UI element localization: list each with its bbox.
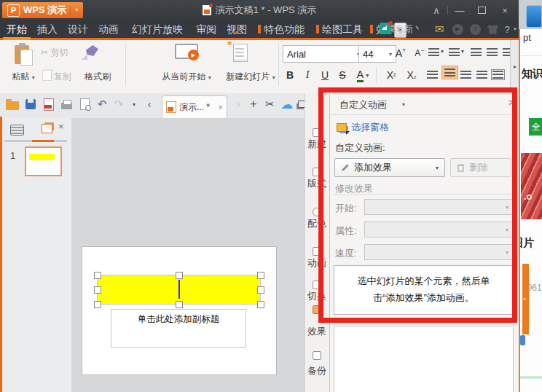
copy-button: 复制 bbox=[54, 71, 80, 83]
help-caret-icon[interactable]: ▾ bbox=[511, 20, 519, 38]
justify-button[interactable] bbox=[476, 68, 487, 82]
panel-close-icon[interactable]: × bbox=[58, 121, 64, 132]
quickbar-caret[interactable]: ▾ bbox=[130, 98, 138, 111]
italic-button[interactable]: I bbox=[300, 67, 315, 83]
decrease-indent-button[interactable] bbox=[471, 46, 482, 59]
resize-handle-top-middle[interactable] bbox=[176, 272, 183, 279]
resize-handle-middle-left[interactable] bbox=[94, 286, 101, 294]
strikethrough-button[interactable]: S bbox=[335, 67, 350, 83]
outline-view-icon[interactable] bbox=[10, 125, 24, 136]
side-item-backup[interactable]: 备份 bbox=[307, 364, 327, 377]
help-icon[interactable]: ? bbox=[502, 20, 512, 38]
overlay-pic-text: 图片 bbox=[519, 236, 534, 250]
plus-icon: + bbox=[250, 98, 256, 111]
chevron-down-icon[interactable]: ▾ bbox=[441, 48, 444, 55]
document-tab[interactable]: 演示... * × bbox=[162, 95, 227, 118]
pdf-icon bbox=[44, 98, 54, 111]
redo-button: ↷ bbox=[112, 98, 125, 111]
font-name-combo[interactable]: Arial▾ bbox=[283, 45, 364, 63]
overlay-divider bbox=[522, 55, 542, 56]
chevron-down-icon[interactable]: ▾ bbox=[461, 48, 464, 55]
resize-handle-middle-right[interactable] bbox=[257, 286, 264, 294]
resize-handle-bottom-middle[interactable] bbox=[176, 301, 183, 308]
screenshot-button[interactable]: ✂ bbox=[264, 98, 276, 111]
tab-review[interactable]: 审阅 bbox=[194, 20, 219, 38]
chevron-up-icon: ∧ bbox=[433, 5, 440, 16]
tab-slideshow[interactable]: 幻灯片放映 bbox=[125, 20, 189, 38]
paste-icon-page bbox=[20, 50, 33, 66]
window-left-border bbox=[0, 117, 2, 392]
slide-thumbnail[interactable] bbox=[25, 146, 62, 176]
tab-special-features[interactable]: 特色功能 bbox=[252, 20, 310, 38]
resize-handle-top-right[interactable] bbox=[257, 272, 264, 279]
start-from-current-button[interactable]: 从当前开始 ▾ bbox=[152, 71, 221, 83]
save-button[interactable] bbox=[24, 98, 37, 111]
superscript-button[interactable]: X² bbox=[382, 67, 401, 83]
align-right-button[interactable] bbox=[460, 68, 471, 82]
tab-insert[interactable]: 插入 bbox=[35, 20, 60, 38]
skin-icon[interactable] bbox=[487, 20, 499, 38]
slides-view-icon[interactable] bbox=[42, 124, 52, 133]
new-slide-button[interactable]: 新建幻灯片 ▾ bbox=[217, 71, 284, 83]
paste-button[interactable]: 粘贴 ▾ bbox=[4, 71, 42, 83]
increase-indent-button[interactable] bbox=[487, 46, 498, 59]
print-preview-button[interactable] bbox=[79, 98, 90, 111]
underline-button[interactable]: U bbox=[318, 67, 332, 83]
grow-font-button[interactable]: A+ bbox=[392, 45, 409, 61]
bullet-list-button[interactable] bbox=[428, 46, 439, 59]
tab-scroll-left[interactable]: ‹ bbox=[144, 98, 154, 111]
align-center-button[interactable] bbox=[441, 66, 458, 79]
undo-button[interactable]: ↶ bbox=[95, 98, 109, 111]
document-title-text: 演示文稿1 * - WPS 演示 bbox=[216, 4, 317, 17]
export-pdf-button[interactable] bbox=[42, 98, 55, 111]
resize-handle-top-left[interactable] bbox=[94, 272, 101, 279]
wps-account-icon[interactable] bbox=[380, 23, 391, 34]
copy-icon bbox=[42, 70, 52, 84]
account-name[interactable]: 海新丶 bbox=[394, 20, 423, 38]
subtitle-placeholder[interactable]: 单击此处添加副标题 bbox=[111, 309, 246, 348]
close-button[interactable]: × bbox=[495, 0, 514, 20]
tab-animation[interactable]: 动画 bbox=[96, 20, 121, 38]
tab-drawing-tools[interactable]: 绘图工具 bbox=[310, 20, 369, 38]
format-painter-button[interactable]: 格式刷 bbox=[79, 71, 117, 83]
chevron-left-icon: ‹ bbox=[148, 98, 152, 110]
minimize-button[interactable]: — bbox=[450, 0, 469, 20]
tab-home[interactable]: 开始 bbox=[4, 20, 29, 38]
font-size-combo[interactable]: 44▾ bbox=[358, 45, 396, 63]
open-file-button[interactable] bbox=[5, 98, 20, 111]
shrink-font-button[interactable]: A− bbox=[411, 45, 428, 61]
ribbon-collapse-button[interactable]: ∧ bbox=[427, 0, 446, 20]
sync-circle-icon[interactable]: ↺ bbox=[469, 20, 481, 38]
animation-list-box bbox=[334, 326, 514, 392]
resize-handle-bottom-left[interactable] bbox=[94, 301, 101, 308]
thumbnail-title-bar bbox=[29, 154, 55, 160]
accent-bar bbox=[316, 25, 319, 34]
subscript-button[interactable]: X₂ bbox=[402, 67, 421, 83]
tab-close-icon[interactable]: × bbox=[219, 103, 223, 111]
bold-button[interactable]: B bbox=[283, 67, 297, 83]
overlay-orange-scrollbar: ▸ bbox=[522, 264, 529, 334]
mail-icon[interactable]: ✉ bbox=[433, 20, 446, 38]
tab-design[interactable]: 设计 bbox=[66, 20, 90, 38]
background-window-icon bbox=[526, 5, 542, 28]
resize-handle-bottom-right[interactable] bbox=[257, 301, 264, 308]
annotation-red-rectangle bbox=[318, 87, 517, 323]
tab-view[interactable]: 视图 bbox=[224, 20, 249, 38]
maximize-button[interactable] bbox=[472, 0, 491, 20]
numbered-list-button[interactable] bbox=[449, 46, 460, 59]
align-left-button[interactable] bbox=[427, 68, 438, 82]
play-circle-icon[interactable]: ▶ bbox=[452, 20, 463, 38]
slideshow-play-icon: ▶ bbox=[188, 50, 199, 60]
ribbon-divider bbox=[125, 44, 126, 86]
cloud-sync-button[interactable]: ☁ bbox=[280, 98, 294, 111]
new-tab-button[interactable]: + bbox=[248, 98, 259, 111]
print-button[interactable] bbox=[60, 98, 74, 111]
wps-menu-button[interactable]: P WPS 演示 ▾ bbox=[2, 2, 83, 18]
presentation-doc-icon bbox=[166, 101, 176, 113]
distribute-text-button[interactable] bbox=[492, 68, 503, 82]
paste-icon-clip bbox=[19, 43, 25, 47]
tab-scroll-right: › bbox=[233, 98, 243, 111]
printer-icon bbox=[61, 103, 72, 109]
font-color-button[interactable]: A▾ bbox=[353, 67, 373, 83]
side-item-effect[interactable]: 效果 bbox=[307, 325, 327, 338]
